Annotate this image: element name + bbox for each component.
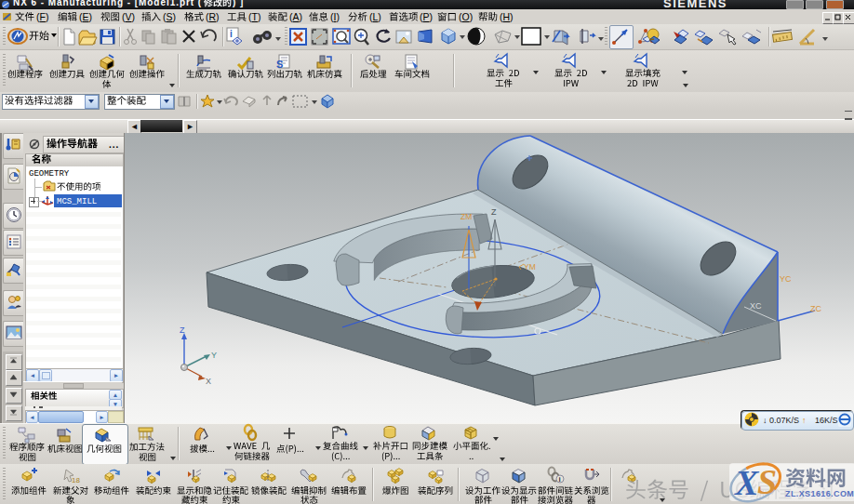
svg-text:ZC: ZC [810,304,821,313]
svg-text:i: i [559,475,561,484]
svg-text:X: X [734,463,760,502]
svg-text:X: X [206,377,211,386]
svg-text:Z: Z [180,325,185,335]
svg-text:Y: Y [211,351,217,360]
svg-text:ZM: ZM [460,212,472,221]
svg-text:i: i [230,29,233,39]
svg-text:S: S [757,462,777,501]
svg-text:YC: YC [780,274,792,284]
svg-text:18: 18 [72,476,80,484]
svg-text:S: S [276,59,283,70]
svg-text:ZL.XS1616.COM: ZL.XS1616.COM [785,489,854,498]
svg-text:YM: YM [524,262,536,272]
svg-text:Z: Z [491,207,497,217]
svg-text:XC: XC [750,301,762,311]
